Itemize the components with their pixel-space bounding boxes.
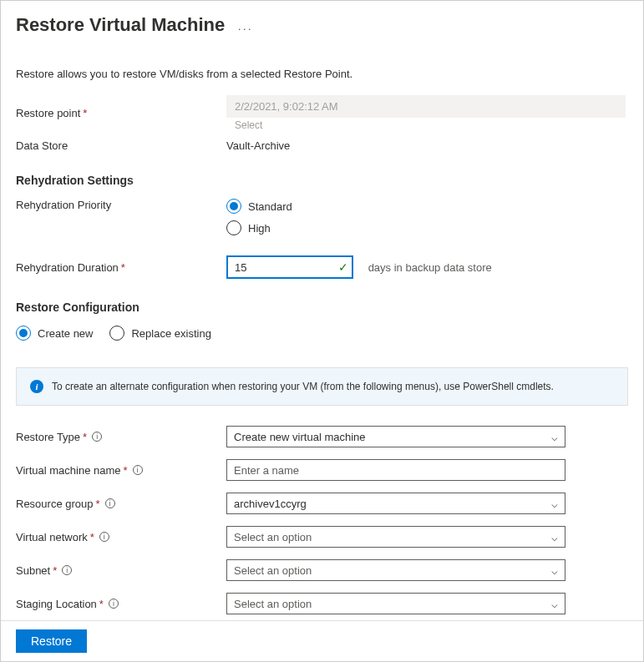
priority-standard-radio[interactable] <box>226 199 241 214</box>
info-banner: i To create an alternate configuration w… <box>16 367 628 406</box>
chevron-down-icon: ⌵ <box>551 498 558 510</box>
virtual-network-label: Virtual network* i <box>16 531 226 543</box>
priority-high-radio[interactable] <box>226 220 241 235</box>
rehydration-heading: Rehydration Settings <box>16 174 628 187</box>
create-new-label: Create new <box>38 327 93 340</box>
more-actions-button[interactable]: ··· <box>238 22 253 35</box>
info-icon[interactable]: i <box>92 432 102 442</box>
data-store-value: Vault-Archive <box>226 139 628 152</box>
chevron-down-icon: ⌵ <box>551 531 558 543</box>
info-icon[interactable]: i <box>99 532 109 542</box>
info-icon[interactable]: i <box>109 599 119 609</box>
info-icon[interactable]: i <box>133 465 143 475</box>
restore-point-label: Restore point* <box>16 107 226 119</box>
rehydration-duration-input[interactable] <box>226 255 353 279</box>
priority-high-label: High <box>248 222 271 235</box>
priority-standard-label: Standard <box>248 200 292 213</box>
subnet-label: Subnet* i <box>16 564 226 577</box>
restore-type-select[interactable]: Create new virtual machine ⌵ <box>226 426 565 447</box>
restore-button[interactable]: Restore <box>16 629 87 653</box>
replace-existing-radio[interactable] <box>109 326 124 341</box>
duration-suffix-text: days in backup data store <box>368 261 492 274</box>
restore-point-value[interactable]: 2/2/2021, 9:02:12 AM <box>226 95 626 118</box>
staging-location-select[interactable]: Select an option ⌵ <box>226 593 565 614</box>
info-banner-text: To create an alternate configuration whe… <box>52 381 554 392</box>
info-icon[interactable]: i <box>62 565 72 575</box>
subnet-select[interactable]: Select an option ⌵ <box>226 559 565 581</box>
create-new-radio[interactable] <box>16 326 31 341</box>
virtual-network-select[interactable]: Select an option ⌵ <box>226 526 565 548</box>
chevron-down-icon: ⌵ <box>551 564 558 577</box>
staging-location-label: Staging Location* i <box>16 598 226 610</box>
checkmark-icon: ✓ <box>338 260 348 274</box>
page-title: Restore Virtual Machine <box>16 14 225 36</box>
resource-group-select[interactable]: archivev1ccyrg ⌵ <box>226 493 565 514</box>
data-store-label: Data Store <box>16 139 226 152</box>
intro-text: Restore allows you to restore VM/disks f… <box>16 68 628 80</box>
chevron-down-icon: ⌵ <box>551 431 558 443</box>
info-icon[interactable]: i <box>105 498 115 508</box>
vm-name-label: Virtual machine name* i <box>16 464 226 477</box>
rehydration-duration-label: Rehydration Duration* <box>16 261 226 274</box>
resource-group-label: Resource group* i <box>16 498 226 510</box>
restore-config-heading: Restore Configuration <box>16 301 628 314</box>
rehydration-priority-label: Rehydration Priority <box>16 199 226 211</box>
vm-name-input[interactable]: Enter a name <box>226 459 565 481</box>
replace-existing-label: Replace existing <box>131 327 210 340</box>
restore-point-select-link[interactable]: Select <box>226 118 628 131</box>
chevron-down-icon: ⌵ <box>551 598 558 610</box>
restore-type-label: Restore Type* i <box>16 431 226 443</box>
footer: Restore <box>1 620 643 661</box>
info-icon: i <box>30 380 43 393</box>
